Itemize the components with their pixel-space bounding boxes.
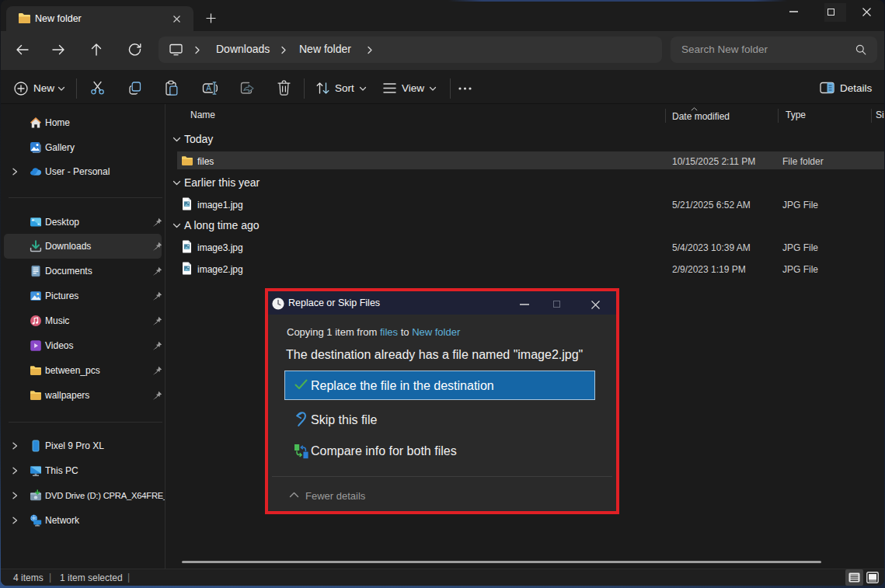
svg-text:A: A — [206, 84, 211, 92]
